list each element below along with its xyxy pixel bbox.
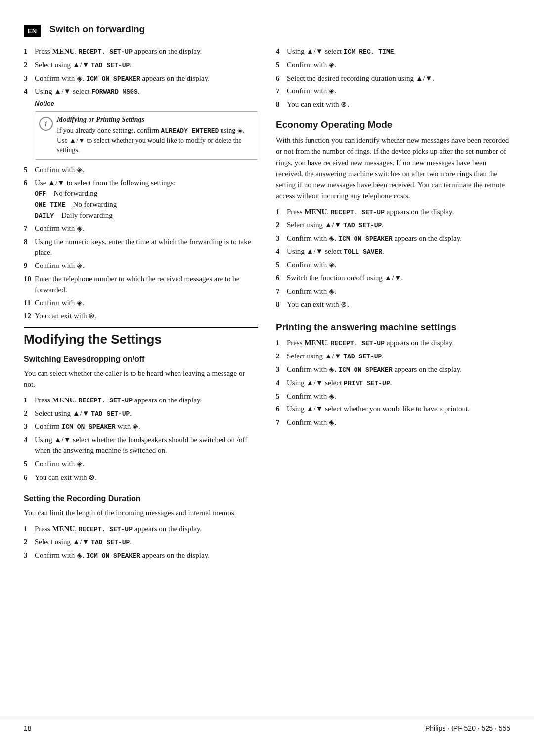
switch-forwarding-steps-b: 5 Confirm with ◈. 6 Use ▲/▼ to select fr… [24,165,258,322]
two-column-layout: 1 Press MENU. RECEPT. SET-UP appears on … [0,46,534,719]
step-11: 11 Confirm with ◈. [24,298,258,309]
step-7: 7 Confirm with ◈. [24,223,258,234]
rec-step-3: 3 Confirm with ◈. ICM ON SPEAKER appears… [24,550,258,561]
print-step-2: 2 Select using ▲/▼ TAD SET-UP. [276,351,510,362]
rec-step-1: 1 Press MENU. RECEPT. SET-UP appears on … [24,524,258,534]
recording-duration-continued-steps: 4 Using ▲/▼ select ICM REC. TIME. 5 Conf… [276,46,510,110]
notice-body: If you already done settings, confirm AL… [57,126,252,155]
notice-content: Modifying or Printing Settings If you al… [57,116,252,155]
eav-step-3: 3 Confirm ICM ON SPEAKER with ◈. [24,421,258,432]
economy-mode-steps: 1 Press MENU. RECEPT. SET-UP appears on … [276,207,510,310]
step-12: 12 You can exit with ⊗. [24,311,258,322]
recording-duration-title: Setting the Recording Duration [24,494,258,503]
eco-step-7: 7 Confirm with ◈. [276,286,510,297]
recording-duration-steps: 1 Press MENU. RECEPT. SET-UP appears on … [24,524,258,561]
section-switch-on-forwarding-title: Switch on forwarding [49,24,510,35]
printing-settings-title: Printing the answering machine settings [276,322,510,333]
step-5: 5 Confirm with ◈. [24,165,258,176]
eav-step-5: 5 Confirm with ◈. [24,459,258,470]
notice-box: i Modifying or Printing Settings If you … [35,111,258,159]
rec-cont-step-7: 7 Confirm with ◈. [276,86,510,97]
eavesdropping-title: Switching Eavesdropping on/off [24,355,258,364]
rec-cont-step-5: 5 Confirm with ◈. [276,60,510,71]
rec-cont-step-4: 4 Using ▲/▼ select ICM REC. TIME. [276,46,510,57]
eavesdropping-section: Switching Eavesdropping on/off You can s… [24,355,258,483]
eco-step-4: 4 Using ▲/▼ select TOLL SAVER. [276,246,510,257]
eco-step-3: 3 Confirm with ◈. ICM ON SPEAKER appears… [276,233,510,244]
printing-settings-section: Printing the answering machine settings … [276,322,510,428]
printing-settings-steps: 1 Press MENU. RECEPT. SET-UP appears on … [276,338,510,428]
eavesdropping-intro: You can select whether the caller is to … [24,368,258,390]
notice-title: Modifying or Printing Settings [57,116,252,124]
info-icon: i [39,117,53,131]
economy-mode-intro: With this function you can identify whet… [276,135,510,202]
step-2: 2 Select using ▲/▼ TAD SET-UP. [24,60,258,71]
eco-step-6: 6 Switch the function on/off using ▲/▼. [276,273,510,284]
right-column: 4 Using ▲/▼ select ICM REC. TIME. 5 Conf… [276,46,510,719]
left-column: 1 Press MENU. RECEPT. SET-UP appears on … [24,46,258,719]
switch-forwarding-steps: 1 Press MENU. RECEPT. SET-UP appears on … [24,46,258,97]
print-step-1: 1 Press MENU. RECEPT. SET-UP appears on … [276,338,510,349]
chapter-title: Modifying the Settings [24,327,258,347]
step-9: 9 Confirm with ◈. [24,261,258,271]
eco-step-8: 8 You can exit with ⊗. [276,299,510,310]
eco-step-2: 2 Select using ▲/▼ TAD SET-UP. [276,220,510,231]
page: EN Switch on forwarding 1 Press MENU. RE… [0,0,534,756]
print-step-3: 3 Confirm with ◈. ICM ON SPEAKER appears… [276,364,510,375]
notice-label: Notice [35,100,258,107]
lang-badge: EN [24,25,41,37]
step-6: 6 Use ▲/▼ to select from the following s… [24,178,258,221]
eav-step-6: 6 You can exit with ⊗. [24,472,258,483]
economy-mode-title: Economy Operating Mode [276,119,510,130]
step-10: 10 Enter the telephone number to which t… [24,274,258,296]
rec-step-2: 2 Select using ▲/▼ TAD SET-UP. [24,537,258,548]
eav-step-4: 4 Using ▲/▼ select whether the loudspeak… [24,435,258,456]
eav-step-1: 1 Press MENU. RECEPT. SET-UP appears on … [24,395,258,406]
page-number: 18 [24,724,32,732]
page-footer: 18 Philips · IPF 520 · 525 · 555 [0,719,534,732]
print-step-6: 6 Using ▲/▼ select whether you would lik… [276,404,510,415]
recording-duration-section: Setting the Recording Duration You can l… [24,494,258,561]
eco-step-5: 5 Confirm with ◈. [276,260,510,270]
step-8: 8 Using the numeric keys, enter the time… [24,237,258,259]
eavesdropping-steps: 1 Press MENU. RECEPT. SET-UP appears on … [24,395,258,483]
step-1: 1 Press MENU. RECEPT. SET-UP appears on … [24,46,258,57]
print-step-7: 7 Confirm with ◈. [276,417,510,428]
economy-mode-section: Economy Operating Mode With this functio… [276,119,510,310]
print-step-4: 4 Using ▲/▼ select PRINT SET-UP. [276,378,510,389]
eav-step-2: 2 Select using ▲/▼ TAD SET-UP. [24,408,258,419]
eco-step-1: 1 Press MENU. RECEPT. SET-UP appears on … [276,207,510,218]
print-step-5: 5 Confirm with ◈. [276,391,510,402]
rec-cont-step-6: 6 Select the desired recording duration … [276,73,510,84]
step-4: 4 Using ▲/▼ select FORWARD MSGS. [24,87,258,97]
step-3: 3 Confirm with ◈. ICM ON SPEAKER appears… [24,73,258,84]
notice-section: Notice i Modifying or Printing Settings … [35,100,258,159]
recording-duration-intro: You can limit the length of the incoming… [24,507,258,519]
rec-cont-step-8: 8 You can exit with ⊗. [276,99,510,110]
brand-name: Philips · IPF 520 · 525 · 555 [425,724,510,732]
